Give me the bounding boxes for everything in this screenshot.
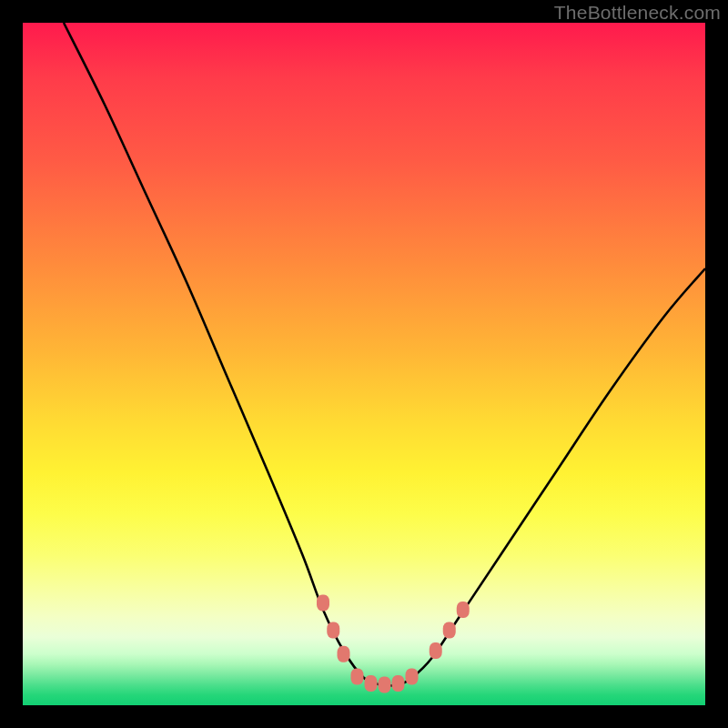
right-marker-1 (430, 642, 442, 659)
left-marker-2 (327, 622, 339, 639)
right-marker-3 (457, 602, 470, 618)
watermark-text: TheBottleneck.com (554, 2, 721, 24)
bottom-marker-3 (379, 677, 391, 693)
chart-frame: TheBottleneck.com (0, 0, 728, 728)
left-marker-1 (317, 595, 329, 612)
bottom-marker-1 (351, 669, 364, 685)
bottleneck-curve (64, 23, 705, 685)
bottom-marker-4 (392, 675, 405, 692)
left-marker-3 (338, 646, 350, 662)
plot-area (23, 23, 705, 705)
bottom-marker-5 (406, 669, 419, 685)
bottleneck-curve-svg (23, 23, 705, 705)
bottom-marker-2 (365, 675, 378, 692)
right-marker-2 (443, 622, 456, 639)
